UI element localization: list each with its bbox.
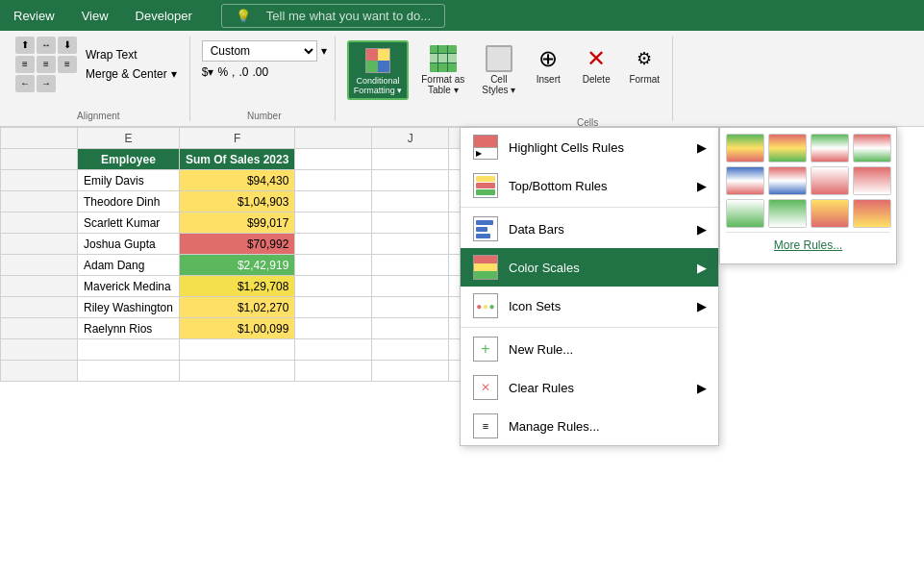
sales-cell[interactable]: $1,29,708	[179, 276, 294, 297]
merge-center-label: Merge & Center	[86, 67, 167, 81]
employee-cell[interactable]: Maverick Medina	[78, 276, 180, 297]
alignment-row1: ⬆ ↔ ⬇ ≡ ≡ ≡ ← → Wrap Text	[15, 37, 182, 92]
col-header-j: J	[372, 128, 449, 149]
employee-cell[interactable]: Raelynn Rios	[78, 318, 180, 339]
format-table-icon	[428, 43, 459, 74]
highlight-cells-icon: ▶	[472, 134, 499, 161]
decimal-increase-icon[interactable]: .0	[238, 65, 248, 79]
align-middle-icon[interactable]: ↔	[37, 37, 56, 54]
icon-sets-item[interactable]: ● ● ● Icon Sets ▶	[461, 287, 718, 325]
format-button[interactable]: ⚙ Format	[624, 40, 664, 88]
employee-cell[interactable]: Riley Washington	[78, 297, 180, 318]
comma-icon[interactable]: ,	[232, 65, 235, 79]
delete-button[interactable]: ✕ Delete	[576, 40, 616, 88]
format-dropdown-arrow: ▾	[321, 44, 327, 58]
wrap-text-button[interactable]: Wrap Text	[81, 46, 182, 63]
cell-styles-button[interactable]: CellStyles ▾	[477, 40, 520, 98]
align-top-icon[interactable]: ⬆	[15, 37, 35, 54]
conditional-formatting-label: ConditionalFormatting ▾	[354, 76, 403, 95]
tell-me-bar[interactable]: 💡 Tell me what you want to do...	[221, 4, 445, 28]
topbottom-arrow-icon: ▶	[697, 179, 707, 193]
decimal-decrease-icon[interactable]: .00	[252, 65, 268, 79]
data-bars-label: Data Bars	[509, 222, 564, 237]
data-bars-item[interactable]: Data Bars ▶	[461, 210, 718, 248]
clear-rules-item[interactable]: ✕ Clear Rules ▶	[461, 368, 718, 407]
topbottom-rules-item[interactable]: Top/Bottom Rules ▶	[461, 166, 718, 205]
menu-review[interactable]: Review	[8, 7, 61, 25]
new-rule-label: New Rule...	[509, 342, 573, 357]
number-format-select[interactable]: Custom	[202, 40, 317, 62]
databars-arrow-icon: ▶	[697, 222, 707, 237]
cell-styles-label: CellStyles ▾	[482, 74, 515, 95]
color-scale-11[interactable]	[811, 199, 849, 228]
merge-center-button[interactable]: Merge & Center ▾	[81, 65, 182, 83]
sales-cell[interactable]: $1,00,099	[179, 318, 294, 339]
wrap-text-label: Wrap Text	[86, 48, 137, 62]
menu-developer[interactable]: Developer	[130, 7, 198, 25]
employee-cell[interactable]: Joshua Gupta	[78, 234, 180, 255]
align-right-icon[interactable]: ≡	[58, 56, 77, 73]
clearrules-arrow-icon: ▶	[697, 381, 707, 395]
conditional-formatting-icon	[362, 45, 393, 76]
cells-group: ConditionalFormatting ▾ Format asTable ▾…	[339, 37, 674, 121]
number-label: Number	[247, 109, 282, 121]
color-scale-7[interactable]	[811, 166, 849, 195]
currency-icon[interactable]: $▾	[202, 65, 214, 79]
employee-cell[interactable]: Scarlett Kumar	[78, 212, 180, 234]
format-icon: ⚙	[629, 43, 660, 74]
color-scales-item[interactable]: Color Scales ▶	[461, 248, 718, 287]
merge-center-arrow-icon: ▾	[171, 67, 177, 81]
color-scale-10[interactable]	[768, 199, 807, 228]
employee-header[interactable]: Employee	[78, 149, 180, 170]
delete-icon: ✕	[581, 43, 612, 74]
sales-cell[interactable]: $99,017	[179, 212, 294, 234]
employee-cell[interactable]: Theodore Dinh	[78, 191, 180, 212]
manage-rules-label: Manage Rules...	[509, 419, 600, 434]
separator1	[461, 207, 718, 208]
new-rule-item[interactable]: + New Rule...	[461, 330, 718, 368]
color-scale-2[interactable]	[768, 134, 807, 162]
clear-rules-label: Clear Rules	[509, 381, 574, 395]
manage-rules-item[interactable]: ≡ Manage Rules...	[461, 407, 718, 445]
sales-cell[interactable]: $1,02,270	[179, 297, 294, 318]
align-center-icon[interactable]: ≡	[37, 56, 56, 73]
employee-cell[interactable]: Adam Dang	[78, 255, 180, 276]
insert-button[interactable]: ⊕ Insert	[528, 40, 568, 88]
topbottom-rules-label: Top/Bottom Rules	[509, 179, 608, 193]
col-header-g	[295, 128, 372, 149]
color-scale-6[interactable]	[768, 166, 807, 195]
align-icons: ⬆ ↔ ⬇ ≡ ≡ ≡ ← →	[15, 37, 77, 92]
color-scale-1[interactable]	[726, 134, 764, 162]
highlight-cells-rules-item[interactable]: ▶ Highlight Cells Rules ▶	[461, 128, 718, 166]
col-header-f: F	[179, 128, 294, 149]
sales-cell[interactable]: $1,04,903	[179, 191, 294, 212]
indent-decrease-icon[interactable]: ←	[15, 75, 35, 92]
alignment-group: ⬆ ↔ ⬇ ≡ ≡ ≡ ← → Wrap Text	[8, 37, 190, 121]
color-scales-grid	[726, 134, 890, 228]
format-as-table-button[interactable]: Format asTable ▾	[416, 40, 469, 98]
color-scale-3[interactable]	[811, 134, 849, 162]
sales-cell[interactable]: $2,42,919	[179, 255, 294, 276]
iconsets-arrow-icon: ▶	[697, 299, 707, 313]
insert-label: Insert	[537, 74, 561, 85]
color-scale-12[interactable]	[853, 199, 891, 228]
percent-icon[interactable]: %	[217, 65, 228, 79]
more-rules-button[interactable]: More Rules...	[726, 232, 890, 258]
align-bottom-icon[interactable]: ⬇	[58, 37, 77, 54]
alignment-label: Alignment	[77, 109, 119, 121]
color-scale-8[interactable]	[853, 166, 891, 195]
sales-header[interactable]: Sum Of Sales 2023	[179, 149, 294, 170]
icon-sets-label: Icon Sets	[509, 299, 561, 313]
format-label: Format	[629, 74, 660, 85]
sales-cell[interactable]: $70,992	[179, 234, 294, 255]
menu-view[interactable]: View	[76, 7, 114, 25]
sales-cell[interactable]: $94,430	[179, 170, 294, 191]
align-left-icon[interactable]: ≡	[15, 56, 35, 73]
indent-increase-icon[interactable]: →	[37, 75, 56, 92]
employee-cell[interactable]: Emily Davis	[78, 170, 180, 191]
color-scale-4[interactable]	[853, 134, 891, 162]
color-scale-9[interactable]	[726, 199, 764, 228]
color-scale-5[interactable]	[726, 166, 764, 195]
conditional-formatting-button[interactable]: ConditionalFormatting ▾	[347, 40, 410, 100]
corner-cell	[1, 128, 78, 149]
